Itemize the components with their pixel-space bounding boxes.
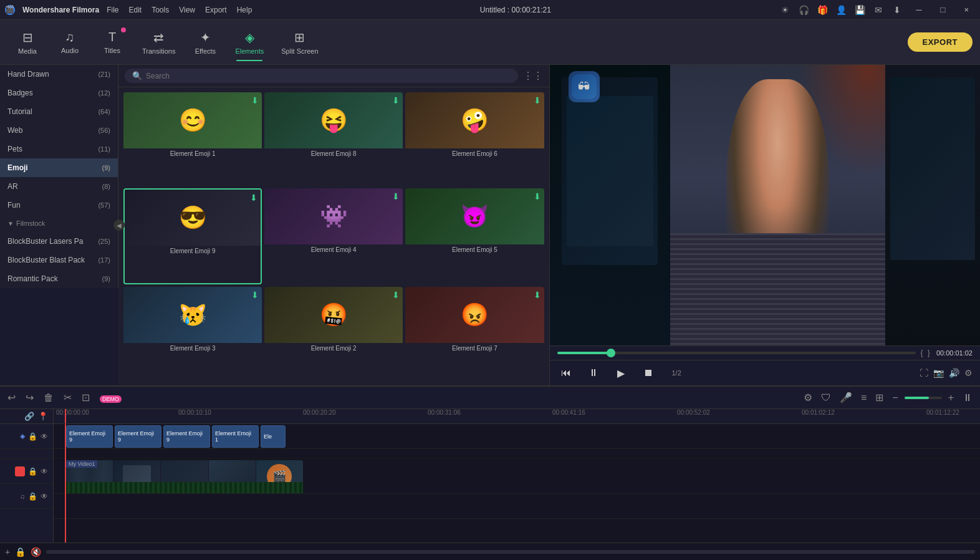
video-track-cut-icon[interactable]: ✂ bbox=[15, 466, 25, 476]
emoji-4-icon: 👾 bbox=[264, 188, 403, 244]
tool-elements[interactable]: ◈ Elements bbox=[228, 24, 271, 61]
minimize-button[interactable]: ─ bbox=[910, 4, 928, 16]
sidebar-label-fun: Fun bbox=[7, 201, 21, 210]
sidebar-item-handdrawn[interactable]: Hand Drawn (21) bbox=[0, 65, 118, 84]
media-item-emoji4[interactable]: 👾 ⬇ Element Emoji 4 bbox=[264, 188, 403, 284]
element-eye-icon[interactable]: 👁 bbox=[41, 432, 48, 441]
sidebar-item-tutorial[interactable]: Tutorial (64) bbox=[0, 102, 118, 121]
media-item-emoji6[interactable]: 🤪 ⬇ Element Emoji 6 bbox=[405, 92, 544, 186]
track-snap-icon[interactable]: 📍 bbox=[38, 412, 48, 421]
save-icon[interactable]: 💾 bbox=[853, 4, 866, 16]
redo-button[interactable]: ↪ bbox=[23, 390, 36, 405]
zoom-out-icon[interactable]: − bbox=[890, 391, 900, 405]
media-label-emoji9: Element Emoji 9 bbox=[125, 246, 261, 256]
sidebar-section-filmstock[interactable]: ▼ Filmstock bbox=[0, 215, 118, 232]
menu-tools[interactable]: Tools bbox=[151, 6, 169, 14]
timeline-progress[interactable] bbox=[557, 352, 916, 354]
progress-handle[interactable] bbox=[607, 349, 615, 357]
undo-button[interactable]: ↩ bbox=[5, 390, 18, 405]
video-lock-icon[interactable]: 🔒 bbox=[28, 467, 37, 476]
headset-icon[interactable]: 🎧 bbox=[797, 4, 810, 16]
track-link-icon[interactable]: 🔗 bbox=[24, 412, 34, 421]
crop2-icon[interactable]: ⊞ bbox=[873, 390, 886, 405]
gift-icon[interactable]: 🎁 bbox=[816, 4, 829, 16]
clip-emoji9-2[interactable]: Element Emoji 9 bbox=[115, 425, 161, 448]
tool-titles-label: Titles bbox=[104, 47, 120, 54]
close-button[interactable]: × bbox=[958, 4, 975, 16]
menu-file[interactable]: File bbox=[107, 6, 118, 14]
menu-help[interactable]: Help bbox=[237, 6, 252, 14]
grid-options-icon[interactable]: ⋮⋮ bbox=[523, 70, 543, 82]
cut-button[interactable]: ✂ bbox=[61, 390, 74, 405]
rewind-button[interactable]: ⏮ bbox=[557, 364, 575, 382]
pause-timeline-icon[interactable]: ⏸ bbox=[960, 391, 975, 405]
media-item-emoji2[interactable]: 🤬 ⬇ Element Emoji 2 bbox=[264, 287, 403, 380]
sidebar-item-emoji[interactable]: Emoji (9) bbox=[0, 158, 118, 177]
mute-all-icon[interactable]: 🔇 bbox=[31, 547, 41, 557]
media-item-emoji5[interactable]: 😈 ⬇ Element Emoji 5 bbox=[405, 188, 544, 284]
menu-view[interactable]: View bbox=[179, 6, 195, 14]
maximize-button[interactable]: □ bbox=[934, 4, 952, 16]
clip-ele[interactable]: Ele bbox=[261, 425, 286, 448]
settings-icon[interactable]: ⚙ bbox=[964, 368, 973, 378]
media-item-emoji8[interactable]: 😝 ⬇ Element Emoji 8 bbox=[264, 92, 403, 186]
media-item-emoji9[interactable]: 😎 ⬇ Element Emoji 9 bbox=[123, 188, 262, 284]
record-button[interactable]: DEMO bbox=[97, 391, 124, 405]
audio-lock-icon[interactable]: 🔒 bbox=[28, 492, 37, 501]
step-back-button[interactable]: ⏸ bbox=[585, 364, 602, 382]
sidebar-collapse-button[interactable]: ◀ bbox=[113, 220, 125, 231]
sidebar-item-web[interactable]: Web (56) bbox=[0, 121, 118, 140]
zoom-slider[interactable] bbox=[905, 397, 942, 399]
layers-icon[interactable]: ≡ bbox=[858, 391, 869, 405]
clip-emoji1[interactable]: Element Emoji 1 bbox=[212, 425, 259, 448]
sidebar-item-blockbuster-blast[interactable]: BlockBuster Blast Pack (17) bbox=[0, 251, 118, 269]
user-icon[interactable]: 👤 bbox=[835, 4, 847, 16]
tool-media[interactable]: ⊟ Media bbox=[7, 24, 47, 61]
sidebar-item-pets[interactable]: Pets (11) bbox=[0, 140, 118, 158]
search-input[interactable] bbox=[146, 72, 511, 80]
zoom-in-icon[interactable]: + bbox=[946, 391, 956, 405]
media-label-emoji7: Element Emoji 7 bbox=[405, 343, 544, 354]
crop-button[interactable]: ⊡ bbox=[79, 390, 92, 405]
audio-eye-icon[interactable]: 👁 bbox=[41, 492, 48, 501]
sidebar-item-ar[interactable]: AR (8) bbox=[0, 177, 118, 196]
sidebar-label-tutorial: Tutorial bbox=[7, 107, 32, 116]
element-lock-icon[interactable]: 🔒 bbox=[28, 432, 37, 441]
tool-audio[interactable]: ♫ Audio bbox=[50, 24, 90, 61]
delete-button[interactable]: 🗑 bbox=[41, 391, 56, 405]
mic-icon[interactable]: 🎤 bbox=[837, 390, 855, 405]
export-button[interactable]: EXPORT bbox=[908, 32, 973, 52]
mail-icon[interactable]: ✉ bbox=[872, 4, 885, 16]
tool-titles[interactable]: T Titles bbox=[92, 24, 132, 61]
tool-effects[interactable]: ✦ Effects bbox=[185, 24, 225, 61]
media-item-emoji1[interactable]: 😊 ⬇ Element Emoji 1 bbox=[123, 92, 262, 186]
playhead-line bbox=[65, 424, 66, 543]
download-icon[interactable]: ⬇ bbox=[891, 4, 903, 16]
sidebar-item-badges[interactable]: Badges (12) bbox=[0, 84, 118, 102]
tool-splitscreen[interactable]: ⊞ Split Screen bbox=[274, 24, 325, 61]
fullscreen-icon[interactable]: ⛶ bbox=[920, 368, 928, 378]
elements-icon: ◈ bbox=[245, 30, 254, 45]
menu-export[interactable]: Export bbox=[205, 6, 227, 14]
snapshot-icon[interactable]: 📷 bbox=[933, 368, 944, 378]
menu-edit[interactable]: Edit bbox=[128, 6, 142, 14]
download-icon-5: ⬇ bbox=[534, 191, 541, 201]
settings-wheel-icon[interactable]: ⚙ bbox=[801, 390, 815, 405]
play-button[interactable]: ▶ bbox=[612, 364, 630, 382]
media-item-emoji3[interactable]: 😿 ⬇ Element Emoji 3 bbox=[123, 287, 262, 380]
sidebar-item-romantic[interactable]: Romantic Pack (9) bbox=[0, 269, 118, 288]
clip-emoji9-3[interactable]: Element Emoji 9 bbox=[163, 425, 210, 448]
shield-icon[interactable]: 🛡 bbox=[819, 391, 833, 405]
media-item-emoji7[interactable]: 😡 ⬇ Element Emoji 7 bbox=[405, 287, 544, 380]
tool-transitions[interactable]: ⇄ Transitions bbox=[135, 24, 183, 61]
clip-emoji9-1[interactable]: Element Emoji 9 bbox=[66, 425, 113, 448]
volume-icon[interactable]: 🔊 bbox=[949, 368, 959, 378]
sidebar-item-blockbuster-lasers[interactable]: BlockBuster Lasers Pa (25) bbox=[0, 232, 118, 251]
add-track-icon[interactable]: + bbox=[5, 547, 10, 557]
stop-button[interactable]: ⏹ bbox=[640, 364, 657, 382]
sidebar-item-fun[interactable]: Fun (57) bbox=[0, 196, 118, 215]
sun-icon[interactable]: ☀ bbox=[779, 4, 791, 16]
video-eye-icon[interactable]: 👁 bbox=[41, 467, 48, 476]
timeline-scrollbar[interactable] bbox=[46, 550, 975, 554]
lock-all-icon[interactable]: 🔒 bbox=[15, 547, 26, 557]
